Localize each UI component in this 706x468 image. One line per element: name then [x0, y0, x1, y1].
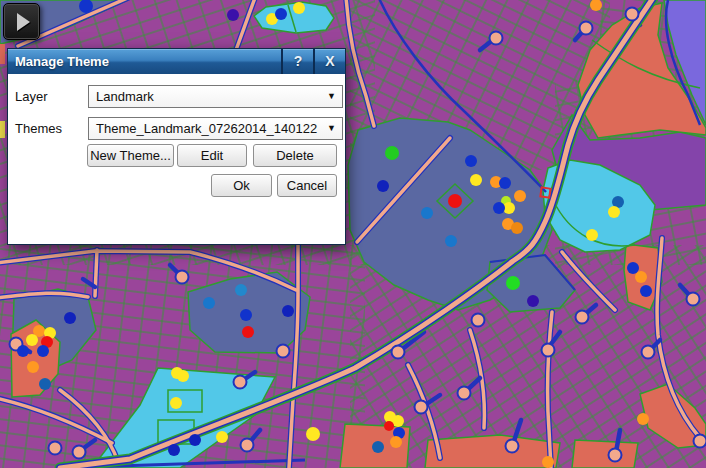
culdesac-circle [277, 345, 290, 358]
landmark-dot [637, 413, 649, 425]
culdesac-circle [472, 314, 485, 327]
culdesac-circle [687, 293, 700, 306]
landmark-dot [586, 229, 598, 241]
landmark-dot [203, 297, 215, 309]
culdesac-circle [642, 346, 655, 359]
landmark-dot [216, 431, 228, 443]
landmark-dot [168, 444, 180, 456]
landmark-dot [170, 397, 182, 409]
landmark-dot [235, 284, 247, 296]
dialog-body: Layer Landmark ▼ Themes Theme_Landmark_0… [8, 74, 345, 244]
culdesac-circle [415, 401, 428, 414]
ok-button[interactable]: Ok [211, 174, 272, 197]
landmark-dot [511, 222, 523, 234]
landmark-dot [227, 9, 239, 21]
landmark-dot [64, 312, 76, 324]
culdesac-circle [176, 271, 189, 284]
red-zone [425, 435, 560, 468]
culdesac-circle [49, 442, 62, 455]
landmark-dot [542, 456, 554, 468]
chevron-down-icon: ▼ [327, 86, 336, 107]
landmark-dot [608, 206, 620, 218]
landmark-dot [448, 194, 462, 208]
map-application-window: Manage Theme ? X Layer Landmark ▼ Themes… [0, 0, 706, 468]
culdesac-circle [609, 449, 622, 462]
landmark-dot [514, 190, 526, 202]
themes-dropdown-value: Theme_Landmark_07262014_140122 [96, 121, 317, 136]
landmark-dot [635, 271, 647, 283]
new-theme-button[interactable]: New Theme... [87, 144, 174, 167]
dialog-title: Manage Theme [8, 49, 281, 74]
layer-label: Layer [15, 89, 48, 104]
landmark-dot [37, 345, 49, 357]
culdesac-circle [490, 32, 503, 45]
landmark-dot [493, 202, 505, 214]
play-right-triangle-icon [17, 13, 30, 31]
landmark-dot [275, 8, 287, 20]
landmark-dot [390, 436, 402, 448]
layer-dropdown-value: Landmark [96, 89, 154, 104]
landmark-dot [27, 361, 39, 373]
landmark-dot [306, 427, 320, 441]
landmark-dot [385, 146, 399, 160]
landmark-dot [293, 2, 305, 14]
culdesac-circle [506, 440, 519, 453]
culdesac-circle [241, 439, 254, 452]
layer-dropdown[interactable]: Landmark ▼ [88, 85, 343, 108]
landmark-dot [177, 370, 189, 382]
culdesac-circle [234, 376, 247, 389]
culdesac-circle [626, 8, 639, 21]
landmark-dot [384, 421, 394, 431]
landmark-dot [26, 334, 38, 346]
themes-label: Themes [15, 121, 62, 136]
landmark-dot [640, 285, 652, 297]
edit-button[interactable]: Edit [177, 144, 247, 167]
landmark-dot [377, 180, 389, 192]
cancel-button[interactable]: Cancel [277, 174, 337, 197]
delete-button[interactable]: Delete [253, 144, 337, 167]
expand-panel-button[interactable] [3, 3, 40, 40]
close-button[interactable]: X [313, 49, 345, 74]
culdesac-circle [73, 446, 86, 459]
themes-dropdown[interactable]: Theme_Landmark_07262014_140122 ▼ [88, 117, 343, 140]
landmark-dot [465, 155, 477, 167]
culdesac-circle [392, 346, 405, 359]
landmark-dot [189, 434, 201, 446]
culdesac-circle [458, 387, 471, 400]
culdesac-circle [542, 344, 555, 357]
landmark-dot [627, 262, 639, 274]
landmark-dot [39, 378, 51, 390]
landmark-dot [372, 441, 384, 453]
landmark-dot [506, 276, 520, 290]
landmark-dot [242, 326, 254, 338]
culdesac-circle [576, 311, 589, 324]
red-zone [572, 440, 638, 468]
landmark-dot [499, 177, 511, 189]
landmark-dot [421, 207, 433, 219]
help-button[interactable]: ? [281, 49, 313, 74]
culdesac-circle [580, 22, 593, 35]
landmark-dot [527, 295, 539, 307]
landmark-dot [240, 309, 252, 321]
landmark-dot [445, 235, 457, 247]
culdesac-circle [694, 435, 706, 448]
landmark-dot [17, 345, 29, 357]
landmark-dot [470, 174, 482, 186]
dialog-titlebar[interactable]: Manage Theme ? X [8, 49, 345, 74]
chevron-down-icon: ▼ [327, 118, 336, 139]
landmark-dot [282, 305, 294, 317]
manage-theme-dialog: Manage Theme ? X Layer Landmark ▼ Themes… [7, 48, 346, 245]
